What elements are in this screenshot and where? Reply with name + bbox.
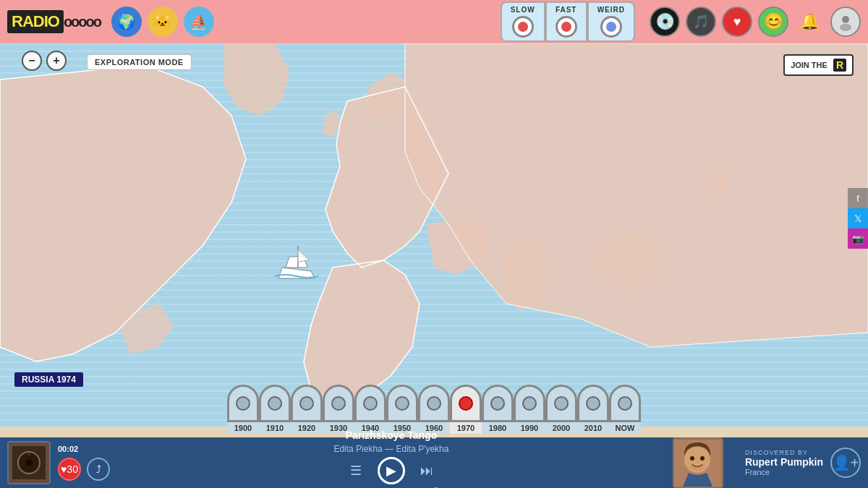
smiley-button[interactable]: 😊 [758,7,788,37]
decade-dial [577,385,609,422]
svg-point-1 [840,24,851,31]
decade-dial [450,385,482,422]
user-button[interactable] [830,7,861,37]
person-plus-icon: 👤+ [833,454,859,471]
decade-item-1950[interactable]: 1950 [386,385,418,434]
bell-button[interactable]: 🔔 [794,7,825,37]
fast-mode-button[interactable]: FAST [545,1,587,42]
share-button[interactable]: ⤴ [87,458,110,481]
logo-dots: ooooo [64,14,101,30]
exploration-mode-label: EXPLORATION MODE [95,58,184,67]
decade-dial-inner [586,396,600,411]
album-thumbnail: ♪ [9,442,49,483]
decade-dial [482,385,514,422]
decade-dial [227,385,259,422]
decade-dial [323,385,354,422]
decade-item-now[interactable]: NOW [609,385,641,434]
vinyl-button[interactable]: 💿 [650,7,680,37]
decade-item-1980[interactable]: 1980 [482,385,514,434]
twitter-icon[interactable]: 𝕏 [848,208,868,228]
decade-item-2010[interactable]: 2010 [577,385,609,434]
decade-dial-inner [331,396,346,411]
decade-dial-inner [522,396,537,411]
fast-mode-label: FAST [556,6,577,14]
zoom-in-button[interactable]: + [46,51,67,71]
join-club-text: JOIN THE [791,61,827,69]
timeline-inner: 1900191019201930194019501960197019801990… [227,385,641,434]
discoverer-country: France [745,468,770,476]
decade-dial [386,385,418,422]
decade-item-1990[interactable]: 1990 [514,385,545,434]
decade-dial-inner [395,396,409,411]
decade-dial-inner [459,396,473,411]
love-count-button[interactable]: ♥ 30 [58,458,81,481]
svg-point-6 [25,459,33,466]
decade-dial-inner [427,396,441,411]
decade-item-1970[interactable]: 1970 [450,385,482,434]
nav-icons: 🌍 🐱 ⛵ [111,7,214,37]
decade-dial-inner [490,396,505,411]
share-icon: ⤴ [96,463,101,475]
decade-dial [418,385,450,422]
facebook-icon[interactable]: f [848,188,868,208]
time-elapsed: 00:02 [58,445,110,453]
svg-text:♪: ♪ [28,452,30,456]
exploration-mode-button[interactable]: EXPLORATION MODE [87,54,192,70]
decade-item-2000[interactable]: 2000 [545,385,577,434]
mode-buttons: SLOW FAST WEIRD [501,1,635,42]
russia-year-label: RUSSIA 1974 [14,372,83,387]
decade-dial [609,385,641,422]
ship-nav-button[interactable]: ⛵ [184,7,214,37]
discovered-by-section: DISCOVERED BY Rupert Pumpkin France [745,449,823,476]
heart-button[interactable]: ♥ [722,7,752,37]
cat-nav-button[interactable]: 🐱 [148,7,178,37]
social-icons: f 𝕏 📷 [848,188,868,249]
svg-point-11 [700,456,705,461]
decade-dial-inner [236,396,250,411]
decade-dial-inner [299,396,314,411]
disc-button[interactable]: 🎵 [686,7,716,37]
discoverer-name: Rupert Pumpkin [745,456,823,468]
decade-item-1900[interactable]: 1900 [227,385,259,434]
logo[interactable]: RADIOooooo [7,10,101,33]
main-playback-controls: ☰ ▶ ⏭ [345,457,438,484]
decade-dial [545,385,577,422]
world-nav-button[interactable]: 🌍 [111,7,142,37]
zoom-out-button[interactable]: − [22,51,42,71]
decade-item-1920[interactable]: 1920 [291,385,323,434]
slow-mode-button[interactable]: SLOW [501,1,545,42]
weird-mode-dial [600,16,622,38]
decade-dial [354,385,386,422]
join-club-button[interactable]: JOIN THE R [783,54,854,76]
player-bar: ♪ 00:02 ♥ 30 ⤴ Parizhskoye Tango Edita P… [0,437,868,488]
decade-dial-inner [363,396,378,411]
track-artist: Edita Piekha — Edita P'yekha [333,444,448,454]
discovered-by-label: DISCOVERED BY [745,449,808,456]
map-area[interactable]: − + EXPLORATION MODE JOIN THE R f 𝕏 📷 [0,43,868,427]
weird-mode-label: WEIRD [597,6,625,14]
timeline: RUSSIA 1974 1900191019201930194019501960… [0,380,868,437]
queue-button[interactable]: ☰ [345,460,367,481]
track-title: Parizhskoye Tango [346,429,438,441]
decade-item-1930[interactable]: 1930 [323,385,354,434]
decade-item-1940[interactable]: 1940 [354,385,386,434]
album-art: ♪ [7,441,51,484]
discoverer-avatar [673,437,723,488]
join-club-r: R [833,59,846,72]
weird-mode-button[interactable]: WEIRD [587,1,635,42]
map-svg [0,43,868,427]
heart-icon-small: ♥ [61,463,67,475]
svg-point-10 [690,456,694,461]
fast-dial-inner [561,22,571,32]
player-action-buttons: ♥ 30 ⤴ [58,458,110,481]
instagram-icon[interactable]: 📷 [848,228,868,249]
play-pause-button[interactable]: ▶ [378,457,405,484]
decade-item-1910[interactable]: 1910 [259,385,291,434]
more-options-button[interactable]: 👤+ [830,448,861,478]
decade-dial-inner [268,396,282,411]
slow-dial-inner [518,22,528,32]
right-header-icons: 💿 🎵 ♥ 😊 🔔 [650,7,861,37]
slow-mode-label: SLOW [511,6,535,14]
decade-item-1960[interactable]: 1960 [418,385,450,434]
next-button[interactable]: ⏭ [416,460,438,481]
